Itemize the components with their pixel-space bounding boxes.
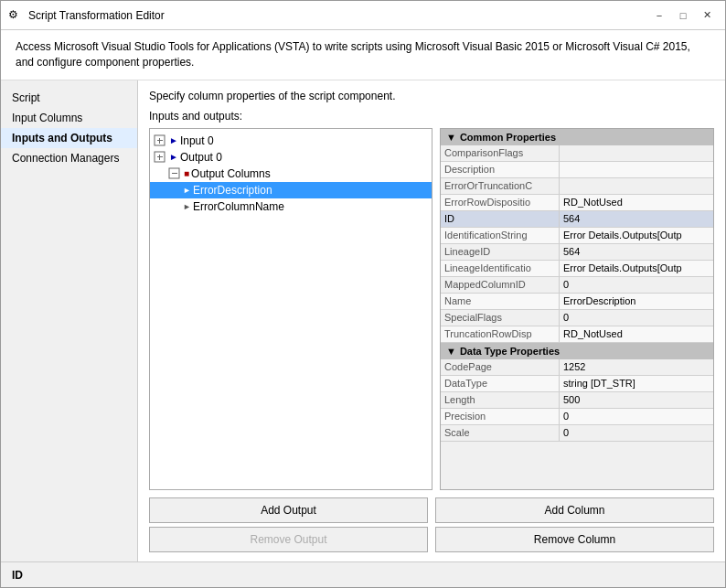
prop-val <box>560 162 713 177</box>
title-bar-controls: − □ ✕ <box>648 6 718 25</box>
prop-row-description: Description <box>441 162 713 178</box>
prop-key: Precision <box>441 409 560 424</box>
button-row-2: Remove Output Remove Column <box>149 527 714 552</box>
prop-key: IdentificationString <box>441 228 560 243</box>
tree-label-error-description: ErrorDescription <box>193 184 272 197</box>
sidebar: Script Input Columns Inputs and Outputs … <box>1 80 138 561</box>
prop-row-mapped-col: MappedColumnID 0 <box>441 277 713 294</box>
prop-key: ComparisonFlags <box>441 145 560 161</box>
props-panel: ▼ Common Properties ComparisonFlags Desc… <box>440 128 714 490</box>
tree-label-error-column-name: ErrorColumnName <box>193 200 284 213</box>
prop-val: Error Details.Outputs[Outp <box>560 261 713 276</box>
panel-label: Specify column properties of the script … <box>149 90 714 102</box>
description-bar: Access Microsoft Visual Studio Tools for… <box>1 30 725 80</box>
prop-row-error-row: ErrorRowDispositio RD_NotUsed <box>441 195 713 211</box>
window-icon: ⚙ <box>8 8 23 23</box>
datatype-props-title: Data Type Properties <box>460 346 560 357</box>
sidebar-item-inputs-outputs[interactable]: Inputs and Outputs <box>1 128 137 148</box>
prop-row-error-trunc: ErrorOrTruncationC <box>441 178 713 195</box>
prop-key: TruncationRowDisp <box>441 326 560 342</box>
expand-icon <box>154 134 166 147</box>
expand-icon-output-cols <box>168 167 181 180</box>
prop-row-precision: Precision 0 <box>441 409 713 425</box>
common-props-title: Common Properties <box>460 132 556 143</box>
prop-val <box>560 145 713 161</box>
prop-row-comparison-flags: ComparisonFlags <box>441 145 713 162</box>
prop-val: 0 <box>560 310 713 326</box>
add-column-button[interactable]: Add Column <box>435 497 714 523</box>
prop-row-special-flags: SpecialFlags 0 <box>441 310 713 326</box>
sidebar-item-input-columns[interactable]: Input Columns <box>1 108 137 128</box>
minimize-button[interactable]: − <box>648 6 670 25</box>
collapse-icon-datatype: ▼ <box>446 346 456 357</box>
remove-output-button[interactable]: Remove Output <box>149 527 428 552</box>
prop-key: Description <box>441 162 560 177</box>
prop-row-scale: Scale 0 <box>441 425 713 442</box>
add-output-button[interactable]: Add Output <box>149 497 428 523</box>
description-text: Access Microsoft Visual Studio Tools for… <box>16 40 690 69</box>
status-bar: ID <box>1 561 725 587</box>
prop-row-datatype: DataType string [DT_STR] <box>441 376 713 392</box>
prop-key: ID <box>441 211 560 227</box>
content-area: ► Input 0 ► Output 0 <box>149 128 714 490</box>
tree-item-error-column-name[interactable]: ► ErrorColumnName <box>150 198 432 215</box>
prop-key: Length <box>441 392 560 408</box>
expand-icon-output0 <box>154 151 166 164</box>
maximize-button[interactable]: □ <box>672 6 694 25</box>
main-content: Script Input Columns Inputs and Outputs … <box>1 80 725 561</box>
tree-item-input0[interactable]: ► Input 0 <box>150 133 432 149</box>
prop-val: RD_NotUsed <box>560 326 713 342</box>
close-button[interactable]: ✕ <box>696 6 718 25</box>
tree-item-output-columns[interactable]: ■ Output Columns <box>150 166 432 182</box>
panel: Specify column properties of the script … <box>138 80 725 561</box>
tree-item-error-description[interactable]: ► ErrorDescription <box>150 182 432 198</box>
prop-val: 500 <box>560 392 713 408</box>
prop-val: 1252 <box>560 359 713 375</box>
prop-row-length: Length 500 <box>441 392 713 409</box>
prop-key: SpecialFlags <box>441 310 560 326</box>
prop-key: LineageID <box>441 244 560 260</box>
prop-row-lineage-id: LineageID 564 <box>441 244 713 261</box>
common-props-header[interactable]: ▼ Common Properties <box>441 129 713 145</box>
prop-val: Error Details.Outputs[Outp <box>560 228 713 243</box>
tree-item-output0[interactable]: ► Output 0 <box>150 149 432 166</box>
prop-val <box>560 178 713 194</box>
datatype-props-header[interactable]: ▼ Data Type Properties <box>441 343 713 359</box>
tree-label-input0: Input 0 <box>180 134 214 147</box>
prop-val: ErrorDescription <box>560 294 713 309</box>
remove-column-button[interactable]: Remove Column <box>435 527 714 552</box>
tree-panel[interactable]: ► Input 0 ► Output 0 <box>149 128 432 490</box>
window-title: Script Transformation Editor <box>28 9 165 22</box>
prop-key: CodePage <box>441 359 560 375</box>
prop-key: LineageIdentificatio <box>441 261 560 276</box>
prop-val: 0 <box>560 277 713 293</box>
tree-label-output-columns: Output Columns <box>191 167 271 180</box>
prop-key: ErrorRowDispositio <box>441 195 560 210</box>
prop-val: 0 <box>560 425 713 441</box>
col-icon-error-col: ► <box>183 202 191 211</box>
prop-row-id-string: IdentificationString Error Details.Outpu… <box>441 228 713 244</box>
prop-row-lineage-id-str: LineageIdentificatio Error Details.Outpu… <box>441 261 713 277</box>
col-icon-error-desc: ► <box>183 186 191 195</box>
sidebar-item-connection-managers[interactable]: Connection Managers <box>1 148 137 168</box>
bottom-area: Add Output Add Column Remove Output Remo… <box>149 490 714 552</box>
prop-val: RD_NotUsed <box>560 195 713 210</box>
title-bar-left: ⚙ Script Transformation Editor <box>8 8 165 23</box>
io-label: Inputs and outputs: <box>149 110 714 123</box>
status-label: ID <box>12 569 23 582</box>
prop-key: DataType <box>441 376 560 391</box>
prop-key: ErrorOrTruncationC <box>441 178 560 194</box>
prop-key: Name <box>441 294 560 309</box>
prop-key: Scale <box>441 425 560 441</box>
prop-val: 564 <box>560 244 713 260</box>
prop-key: MappedColumnID <box>441 277 560 293</box>
tree-label-output0: Output 0 <box>180 151 222 164</box>
prop-val: 0 <box>560 409 713 424</box>
collapse-icon-common: ▼ <box>446 132 456 143</box>
prop-row-codepage: CodePage 1252 <box>441 359 713 376</box>
prop-row-trunc-row: TruncationRowDisp RD_NotUsed <box>441 326 713 343</box>
title-bar: ⚙ Script Transformation Editor − □ ✕ <box>1 1 725 30</box>
prop-val: string [DT_STR] <box>560 376 713 391</box>
prop-row-name: Name ErrorDescription <box>441 294 713 310</box>
sidebar-item-script[interactable]: Script <box>1 88 137 108</box>
